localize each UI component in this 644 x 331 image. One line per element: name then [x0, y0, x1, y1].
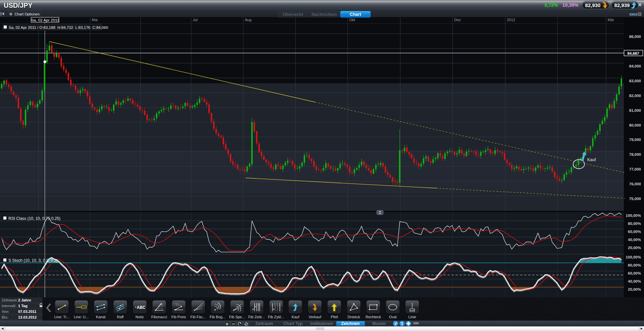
svg-text:40,00%: 40,00%	[628, 279, 641, 283]
svg-text:S Stoch (10, 10, 3, 0.8, 0.2): S Stoch (10, 10, 3, 0.8, 0.2)	[8, 258, 58, 263]
svg-text:Sa, 02 Apr 2011 / O:83,188 H:: Sa, 02 Apr 2011 / O:83,188 H:84,732 L:83…	[9, 26, 108, 30]
svg-text:79,000: 79,000	[629, 138, 641, 142]
svg-text:84,000: 84,000	[629, 64, 641, 68]
svg-text:20,00%: 20,00%	[628, 246, 641, 250]
svg-text:Aug: Aug	[245, 18, 252, 22]
svg-text:2012: 2012	[507, 18, 515, 22]
svg-text:Dez: Dez	[454, 18, 461, 22]
svg-text:20,00%: 20,00%	[628, 287, 641, 291]
svg-text:Mär: Mär	[608, 18, 614, 22]
svg-text:RSI Class (10, 10, 0.75 0.25): RSI Class (10, 10, 0.75 0.25)	[8, 216, 60, 221]
svg-text:86,000: 86,000	[629, 35, 641, 39]
svg-text:76,000: 76,000	[629, 182, 641, 186]
svg-text:Kauf: Kauf	[587, 157, 596, 162]
svg-text:100,00%: 100,00%	[626, 255, 641, 259]
svg-text:82,000: 82,000	[629, 94, 641, 98]
svg-text:1234: 1234	[82, 306, 86, 308]
svg-text:Okt: Okt	[349, 18, 355, 22]
svg-text:80,000: 80,000	[629, 123, 641, 127]
svg-text:80,00%: 80,00%	[628, 222, 641, 226]
svg-text:Jul: Jul	[193, 18, 198, 22]
svg-text:40,00%: 40,00%	[628, 238, 641, 242]
svg-text:83,000: 83,000	[629, 79, 641, 83]
svg-text:75,000: 75,000	[629, 197, 641, 201]
svg-text:ABC: ABC	[137, 305, 145, 310]
svg-text:80,00%: 80,00%	[628, 263, 641, 267]
svg-text:1234: 1234	[410, 309, 415, 311]
svg-text:84,687: 84,687	[627, 51, 639, 55]
svg-text:77,000: 77,000	[629, 167, 641, 171]
svg-text:60,00%: 60,00%	[628, 271, 641, 275]
svg-text:Mai: Mai	[92, 18, 98, 22]
svg-text:81,000: 81,000	[629, 108, 641, 112]
svg-text:100,00%: 100,00%	[626, 214, 641, 218]
svg-text:78,000: 78,000	[629, 152, 641, 156]
svg-text:60,00%: 60,00%	[628, 230, 641, 234]
